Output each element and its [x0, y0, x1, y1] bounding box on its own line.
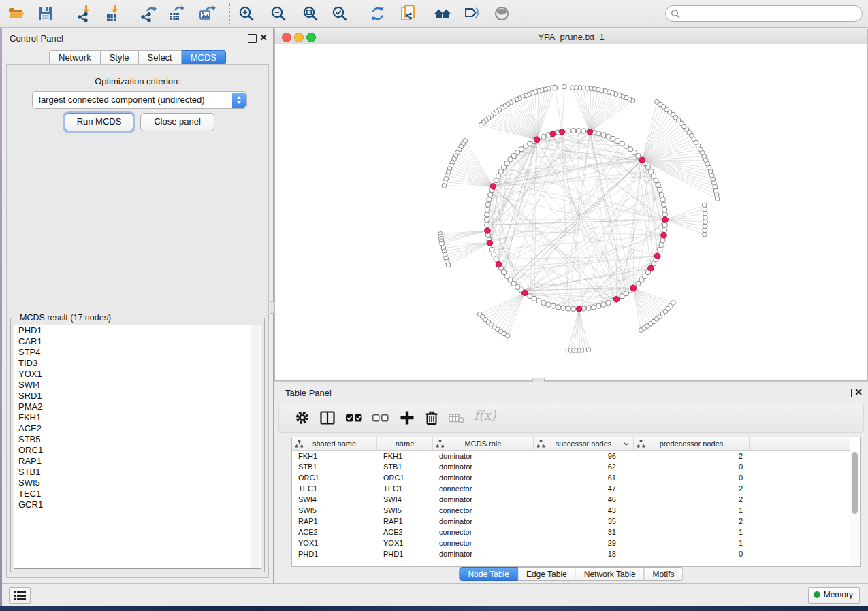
- cytoscape-app-window: Control Panel ✕ NetworkStyleSelectMCDS O…: [0, 0, 868, 611]
- delete-table-button[interactable]: [448, 409, 466, 427]
- network-title: YPA_prune.txt_1: [275, 32, 867, 42]
- export-network-icon: [140, 5, 157, 22]
- import-table-button[interactable]: [104, 5, 122, 22]
- list-item[interactable]: YOX1: [14, 369, 261, 380]
- column-label: shared name: [312, 440, 356, 448]
- float-panel-icon[interactable]: [248, 34, 257, 43]
- tab-network[interactable]: Network: [49, 50, 101, 65]
- list-item[interactable]: SRD1: [14, 391, 261, 401]
- zoom-selected-button[interactable]: [331, 5, 349, 22]
- list-item[interactable]: SWI4: [14, 380, 261, 391]
- unselect-all-columns-button[interactable]: [372, 409, 389, 427]
- refresh-button[interactable]: [369, 5, 387, 22]
- cell-name: PHD1: [377, 548, 433, 559]
- table-row[interactable]: ACE2ACE2connector311: [292, 527, 850, 538]
- column-header-predecessor-nodes[interactable]: predecessor nodes: [634, 437, 750, 450]
- list-item[interactable]: CAR1: [14, 336, 261, 347]
- export-image-icon: [198, 5, 216, 22]
- node-table: shared name name MCDS role successor nod…: [291, 437, 861, 567]
- delete-column-button[interactable]: [423, 409, 440, 427]
- tab-mcds[interactable]: MCDS: [182, 50, 226, 65]
- table-row[interactable]: SWI5SWI5connector431: [292, 505, 850, 516]
- table-body[interactable]: FKH1FKH1dominator962STB1STB1dominator620…: [292, 450, 850, 566]
- tree-icon: [436, 440, 444, 448]
- table-header-row: shared name name MCDS role successor nod…: [292, 437, 850, 451]
- table-row[interactable]: RAP1RAP1dominator352: [292, 516, 850, 527]
- column-header-name[interactable]: name: [377, 437, 433, 450]
- cell-succ: 43: [534, 505, 634, 516]
- export-network-button[interactable]: [140, 5, 157, 22]
- column-header-mcds-role[interactable]: MCDS role: [433, 437, 534, 450]
- table-row[interactable]: SWI4SWI4dominator462: [292, 494, 850, 505]
- tree-icon: [537, 440, 545, 448]
- zoom-fit-button[interactable]: [302, 5, 319, 22]
- show-graphics-details-button[interactable]: [493, 5, 511, 22]
- column-header-successor-nodes[interactable]: successor nodes: [534, 437, 634, 450]
- close-panel-button[interactable]: Close panel: [140, 113, 214, 131]
- table-row[interactable]: TEC1TEC1connector472: [292, 483, 850, 494]
- list-item[interactable]: ACE2: [14, 423, 261, 434]
- list-item[interactable]: FKH1: [14, 412, 261, 423]
- add-column-button[interactable]: [398, 409, 416, 427]
- import-network-button[interactable]: [76, 5, 93, 22]
- table-scrollbar[interactable]: [850, 451, 859, 565]
- split-table-button[interactable]: [319, 409, 336, 427]
- list-item[interactable]: STB5: [14, 434, 261, 445]
- tab-edge-table[interactable]: Edge Table: [518, 567, 576, 581]
- table-row[interactable]: ORC1ORC1dominator610: [292, 472, 850, 483]
- list-item[interactable]: TID3: [14, 358, 261, 369]
- cell-filler: [750, 450, 850, 461]
- table-row[interactable]: YOX1YOX1connector291: [292, 538, 850, 548]
- network-window-titlebar[interactable]: YPA_prune.txt_1: [275, 29, 867, 45]
- run-mcds-button[interactable]: Run MCDS: [65, 113, 133, 131]
- optimization-criterion-select[interactable]: largest connected component (undirected): [32, 91, 247, 109]
- scrollbar-thumb[interactable]: [852, 452, 858, 514]
- cell-succ: 35: [534, 516, 634, 527]
- hide-graphics-details-button[interactable]: [463, 5, 481, 22]
- save-session-button[interactable]: [37, 5, 54, 22]
- function-builder-button[interactable]: f(x): [474, 408, 496, 423]
- list-item[interactable]: STB1: [14, 467, 261, 478]
- mcds-result-list[interactable]: PHD1CAR1STP4TID3YOX1SWI4SRD1PMA2FKH1ACE2…: [14, 325, 261, 569]
- export-table-button[interactable]: [167, 5, 185, 22]
- list-item[interactable]: SWI5: [14, 478, 261, 489]
- close-panel-icon[interactable]: ✕: [259, 33, 268, 42]
- export-image-button[interactable]: [198, 5, 216, 22]
- settings-gear-button[interactable]: [293, 409, 311, 427]
- tab-network-table[interactable]: Network Table: [576, 567, 645, 581]
- list-scrollbar[interactable]: [251, 325, 260, 568]
- tree-icon: [295, 440, 303, 448]
- cell-succ: 29: [534, 538, 634, 548]
- float-panel-icon[interactable]: [843, 389, 852, 397]
- table-row[interactable]: PHD1PHD1dominator180: [292, 548, 850, 559]
- tab-motifs[interactable]: Motifs: [645, 567, 684, 581]
- console-log-button[interactable]: [9, 587, 31, 604]
- column-header-shared-name[interactable]: shared name: [292, 437, 377, 450]
- zoom-out-button[interactable]: [270, 5, 287, 22]
- table-row[interactable]: FKH1FKH1dominator962: [292, 450, 850, 461]
- list-item[interactable]: GCR1: [14, 499, 261, 510]
- search-input[interactable]: [665, 5, 863, 22]
- list-item[interactable]: TEC1: [14, 489, 261, 499]
- cell-role: connector: [433, 505, 534, 516]
- network-canvas[interactable]: [275, 44, 867, 380]
- open-session-button[interactable]: [7, 5, 25, 22]
- close-panel-icon[interactable]: ✕: [854, 388, 863, 396]
- table-row[interactable]: STB1STB1dominator620: [292, 461, 850, 472]
- column-label: name: [396, 440, 415, 448]
- list-item[interactable]: PMA2: [14, 401, 261, 412]
- list-item[interactable]: STP4: [14, 347, 261, 358]
- control-panel: Control Panel ✕ NetworkStyleSelectMCDS O…: [2, 28, 273, 583]
- select-all-columns-button[interactable]: [345, 409, 363, 427]
- task-list-icon: [14, 591, 26, 600]
- home-button[interactable]: [434, 5, 451, 22]
- list-item[interactable]: RAP1: [14, 456, 261, 467]
- zoom-in-button[interactable]: [238, 5, 255, 22]
- tab-style[interactable]: Style: [101, 50, 139, 65]
- list-item[interactable]: PHD1: [14, 325, 261, 336]
- memory-button[interactable]: Memory: [808, 587, 860, 604]
- list-item[interactable]: ORC1: [14, 445, 261, 456]
- network-from-file-button[interactable]: [400, 5, 417, 22]
- tab-select[interactable]: Select: [139, 50, 182, 65]
- tab-node-table[interactable]: Node Table: [459, 567, 518, 581]
